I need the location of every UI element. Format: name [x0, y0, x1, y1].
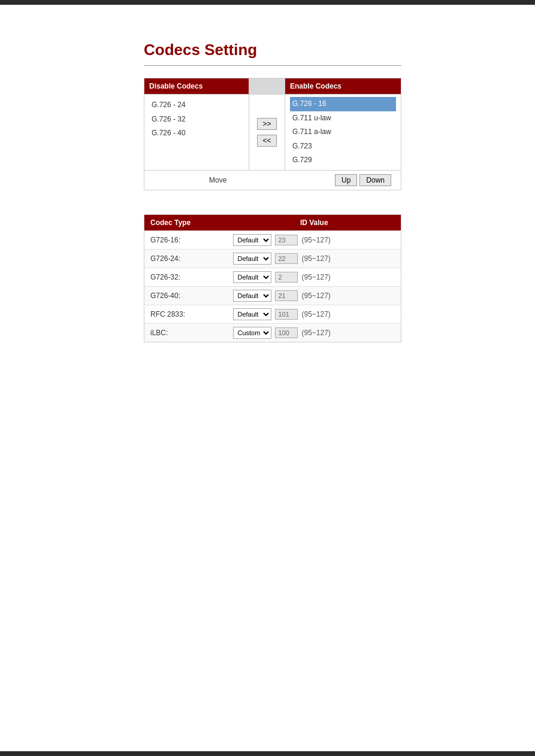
id-value-input[interactable]	[275, 253, 298, 264]
id-range-label: (95~127)	[301, 292, 330, 300]
move-buttons: Up Down	[335, 174, 391, 186]
codecs-body-row: G.726 - 24 G.726 - 32 G.726 - 40 >> << G…	[144, 94, 401, 170]
enable-codec-item-selected[interactable]: G.726 - 16	[290, 97, 396, 111]
id-value-cell: DefaultCustom(95~127)	[227, 230, 401, 249]
codec-id-row: G726-24:DefaultCustom(95~127)	[144, 249, 401, 268]
disable-codec-item[interactable]: G.726 - 24	[149, 98, 244, 113]
disable-codec-item[interactable]: G.726 - 32	[149, 113, 244, 127]
enable-codec-item[interactable]: G.729	[290, 153, 396, 168]
enable-codecs-header: Enable Codecs	[285, 78, 401, 94]
codec-name-cell: G726-40:	[144, 286, 228, 305]
id-value-input[interactable]	[275, 290, 298, 301]
id-value-input[interactable]	[275, 235, 298, 245]
codecs-panel: Disable Codecs Enable Codecs G.726 - 24 …	[144, 78, 401, 190]
id-range-label: (95~127)	[301, 310, 330, 318]
codec-name-cell: RFC 2833:	[144, 305, 228, 323]
id-value-input[interactable]	[275, 327, 298, 338]
codec-name-cell: G726-24:	[144, 249, 228, 268]
id-value-input[interactable]	[275, 309, 298, 320]
mode-select[interactable]: DefaultCustom	[233, 271, 271, 283]
codec-id-row: iLBC:DefaultCustom(95~127)	[144, 323, 401, 342]
codecs-footer-row: Move Up Down	[144, 170, 401, 190]
bottom-bar	[0, 751, 535, 756]
mode-select[interactable]: DefaultCustom	[233, 327, 271, 339]
move-to-enable-button[interactable]: >>	[257, 118, 276, 130]
title-divider	[144, 65, 401, 66]
codecs-header-row: Disable Codecs Enable Codecs	[144, 78, 401, 94]
move-to-disable-button[interactable]: <<	[257, 135, 276, 147]
top-bar	[0, 0, 535, 5]
codec-name-cell: G726-32:	[144, 268, 228, 286]
codec-id-header-row: Codec Type ID Value	[144, 214, 401, 230]
disable-codecs-list: G.726 - 24 G.726 - 32 G.726 - 40	[144, 95, 249, 170]
codec-id-table: Codec Type ID Value G726-16:DefaultCusto…	[144, 214, 401, 342]
enable-codecs-list: G.726 - 16 G.711 u-law G.711 a-law G.723…	[285, 95, 401, 170]
codec-name-cell: iLBC:	[144, 323, 228, 342]
codec-name-cell: G726-16:	[144, 230, 228, 249]
page-title: Codecs Setting	[144, 41, 535, 59]
codecs-table: Disable Codecs Enable Codecs G.726 - 24 …	[144, 78, 401, 190]
codec-id-row: G726-16:DefaultCustom(95~127)	[144, 230, 401, 249]
move-label: Move	[209, 176, 226, 184]
enable-codec-item[interactable]: G.723	[290, 139, 396, 154]
codec-id-row: G726-40:DefaultCustom(95~127)	[144, 286, 401, 305]
id-range-label: (95~127)	[301, 254, 330, 263]
id-value-header: ID Value	[227, 214, 401, 230]
id-value-cell: DefaultCustom(95~127)	[227, 323, 401, 342]
mode-select[interactable]: DefaultCustom	[233, 253, 271, 265]
codec-id-row: RFC 2833:DefaultCustom(95~127)	[144, 305, 401, 323]
enable-codec-item[interactable]: G.711 u-law	[290, 111, 396, 126]
middle-header	[249, 78, 285, 94]
id-range-label: (95~127)	[301, 329, 330, 337]
enable-codec-item[interactable]: G.711 a-law	[290, 125, 396, 139]
id-value-cell: DefaultCustom(95~127)	[227, 249, 401, 268]
move-up-button[interactable]: Up	[335, 174, 357, 186]
id-value-cell: DefaultCustom(95~127)	[227, 268, 401, 286]
id-value-input[interactable]	[275, 272, 298, 283]
codec-type-header: Codec Type	[144, 214, 228, 230]
transfer-buttons: >> <<	[249, 95, 285, 170]
disable-codec-item[interactable]: G.726 - 40	[149, 126, 244, 141]
mode-select[interactable]: DefaultCustom	[233, 308, 271, 320]
page-content: Codecs Setting Disable Codecs Enable Cod…	[0, 5, 535, 378]
mode-select[interactable]: DefaultCustom	[233, 234, 271, 246]
id-value-cell: DefaultCustom(95~127)	[227, 305, 401, 323]
id-range-label: (95~127)	[301, 236, 330, 244]
id-value-cell: DefaultCustom(95~127)	[227, 286, 401, 305]
disable-codecs-header: Disable Codecs	[144, 78, 249, 94]
id-range-label: (95~127)	[301, 273, 330, 281]
move-down-button[interactable]: Down	[359, 174, 391, 186]
mode-select[interactable]: DefaultCustom	[233, 290, 271, 302]
codec-id-row: G726-32:DefaultCustom(95~127)	[144, 268, 401, 286]
